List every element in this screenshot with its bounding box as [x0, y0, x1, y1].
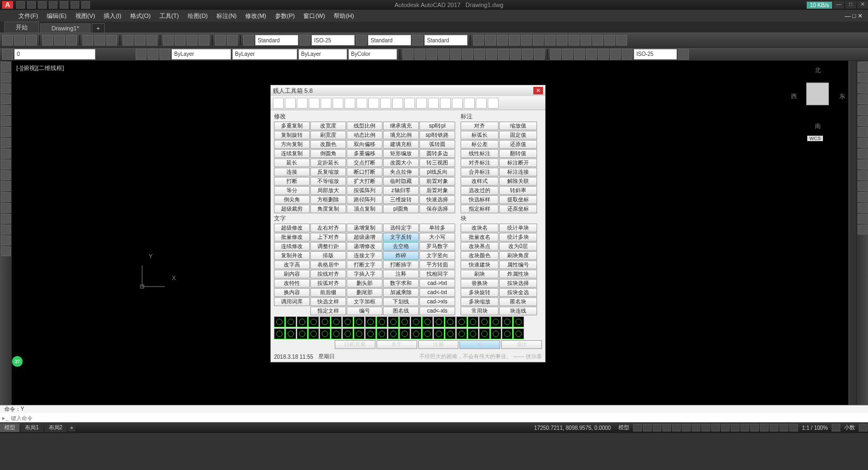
tb-cut-icon[interactable] [42, 35, 53, 46]
tool-排版[interactable]: 排版 [310, 251, 346, 260]
tool-对齐标注[interactable]: 对齐标注 [461, 158, 499, 167]
tb-open-icon[interactable] [14, 35, 25, 46]
tool-按弧阵列[interactable]: 按弧阵列 [347, 186, 382, 195]
erase-icon[interactable] [858, 62, 867, 72]
tool-超级修改[interactable]: 超级修改 [274, 224, 310, 232]
tool-多块缩放[interactable]: 多块缩放 [461, 297, 499, 306]
tool-文字竖向[interactable]: 文字竖向 [419, 251, 455, 260]
polar-icon[interactable] [662, 424, 671, 431]
tool-单转多[interactable]: 单转多 [419, 224, 455, 232]
btn-about[interactable]: 关于 [376, 340, 417, 349]
ray-icon[interactable] [1, 160, 11, 169]
tool-三维旋转[interactable]: 三维旋转 [383, 195, 419, 204]
tab-add[interactable]: + [68, 424, 75, 431]
tool-打断文字[interactable]: 打断文字 [347, 261, 382, 269]
dlg-block-icon[interactable] [404, 98, 415, 109]
tool-对齐[interactable]: 对齐 [461, 122, 499, 130]
tool-按弧对齐[interactable]: 按弧对齐 [310, 279, 346, 288]
tool-断口打断[interactable]: 断口打断 [347, 168, 382, 176]
tool-转三视图[interactable]: 转三视图 [419, 158, 455, 167]
command-line[interactable]: ▸_ [0, 413, 868, 423]
menu-help[interactable]: 帮助(H) [331, 11, 356, 21]
tool-复制旋转[interactable]: 复制旋转 [274, 131, 310, 139]
dlg-zoom-icon[interactable] [333, 98, 343, 109]
tb-prop-icon[interactable] [163, 35, 174, 46]
symbol-0-15-icon[interactable] [445, 316, 456, 327]
tool-超级递增[interactable]: 超级递增 [347, 233, 382, 242]
tool-pl圆角[interactable]: pl圆角 [383, 205, 419, 213]
menu-param[interactable]: 参数(P) [273, 11, 297, 21]
symbol-0-8-icon[interactable] [365, 316, 376, 327]
tool-罗马数字[interactable]: 罗马数字 [419, 242, 455, 251]
symbol-1-4-icon[interactable] [320, 328, 330, 339]
dlg-measure-icon[interactable] [356, 98, 367, 109]
tool-炸碎[interactable]: 炸碎 [383, 251, 419, 260]
tab-start[interactable]: 开始 [4, 22, 39, 33]
table2-icon[interactable] [1, 214, 11, 224]
status-mode[interactable]: 模型 [615, 424, 633, 431]
menu-tools[interactable]: 工具(T) [157, 11, 181, 21]
join-icon[interactable] [858, 192, 867, 202]
tool-倒尖角[interactable]: 倒尖角 [274, 195, 310, 204]
tool-标注断开[interactable]: 标注断开 [499, 158, 537, 167]
d-arc-icon[interactable] [438, 49, 449, 60]
symbol-1-12-icon[interactable] [411, 328, 422, 339]
tool-改样式[interactable]: 改样式 [461, 177, 499, 186]
tool-翻转值[interactable]: 翻转值 [499, 149, 537, 158]
tool-线型比例[interactable]: 线型比例 [347, 122, 382, 130]
tool-递增修改[interactable]: 递增修改 [347, 242, 382, 251]
symbol-0-2-icon[interactable] [297, 316, 308, 327]
tool-延长[interactable]: 延长 [274, 158, 310, 167]
symbol-0-20-icon[interactable] [502, 316, 513, 327]
menu-icon[interactable] [859, 424, 867, 431]
qat-open-icon[interactable] [27, 1, 36, 9]
tb-new-icon[interactable] [2, 35, 13, 46]
lwt-icon[interactable] [701, 424, 710, 431]
dlg-settings-icon[interactable] [488, 98, 499, 109]
viewport-label[interactable]: [-][俯视][二维线框] [16, 64, 64, 72]
cube-top-face[interactable] [806, 82, 829, 105]
textstyle-drop[interactable]: Standard [255, 35, 298, 46]
region-icon[interactable] [1, 203, 11, 213]
cube-west[interactable]: 西 [791, 92, 797, 100]
tool-快选标样[interactable]: 快选标样 [461, 195, 499, 204]
symbol-0-6-icon[interactable] [342, 316, 353, 327]
trim-icon[interactable] [858, 160, 867, 169]
dlg-cross-icon[interactable] [464, 98, 475, 109]
symbol-1-2-icon[interactable] [297, 328, 308, 339]
wcs-badge[interactable]: WCS [807, 136, 823, 141]
qat-redo-icon[interactable] [60, 1, 68, 9]
tool-替换块[interactable]: 替换块 [461, 279, 499, 288]
tool-cad->xls[interactable]: cad->xls [419, 297, 455, 306]
symbol-0-9-icon[interactable] [376, 316, 387, 327]
tool-固定值[interactable]: 固定值 [499, 131, 537, 139]
cube-north[interactable]: 北 [815, 66, 821, 74]
tool-刷块[interactable]: 刷块 [461, 270, 499, 278]
d-jogline-icon[interactable] [586, 49, 597, 60]
dlg-calc-icon[interactable] [309, 98, 320, 109]
tab-plus[interactable]: + [92, 23, 105, 33]
tool-换内容[interactable]: 换内容 [274, 288, 310, 297]
tool-属性编号[interactable]: 属性编号 [499, 261, 537, 269]
snap-icon[interactable] [633, 424, 642, 431]
mdi-controls[interactable]: — □ ✕ [843, 11, 865, 21]
symbol-0-13-icon[interactable] [422, 316, 433, 327]
d-linear-icon[interactable] [403, 49, 413, 60]
d-inspect-icon[interactable] [574, 49, 585, 60]
laystate-icon[interactable] [136, 49, 146, 60]
tool-刷宽度[interactable]: 刷宽度 [310, 131, 346, 139]
qat-undo-icon[interactable] [49, 1, 58, 9]
text-c-icon[interactable] [497, 35, 508, 46]
tool-连续复制[interactable]: 连续复制 [274, 149, 310, 158]
tool-快速选择[interactable]: 快速选择 [419, 195, 455, 204]
symbol-1-20-icon[interactable] [502, 328, 513, 339]
tool-还原值[interactable]: 还原值 [499, 140, 537, 149]
sc-icon[interactable] [731, 424, 739, 431]
tb-block-icon[interactable] [227, 35, 238, 46]
tool-解除关联[interactable]: 解除关联 [499, 177, 537, 186]
tablestyle-icon[interactable] [356, 35, 367, 46]
tb-zoom-icon[interactable] [135, 35, 145, 46]
close-icon[interactable]: ✕ [857, 1, 868, 9]
tb-undo-icon[interactable] [94, 35, 105, 46]
tool-连接[interactable]: 连接 [274, 168, 310, 176]
